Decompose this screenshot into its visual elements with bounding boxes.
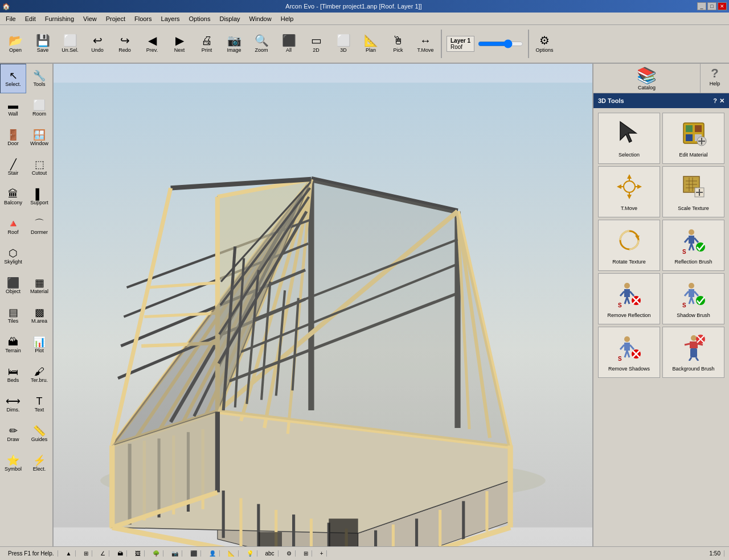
- tmove-tool-btn[interactable]: T.Move: [598, 166, 660, 217]
- photo-icon[interactable]: 🖼: [132, 550, 145, 557]
- toolbar-btn-tmove[interactable]: ↔T.Move: [412, 27, 439, 61]
- plus-icon[interactable]: +: [317, 550, 327, 557]
- remove-reflection-icon: S: [616, 280, 643, 310]
- plant-icon[interactable]: 🌳: [149, 550, 163, 557]
- tool-btn-terrain[interactable]: 🏔Terrain: [0, 330, 26, 360]
- terrain-icon[interactable]: 🏔: [114, 550, 127, 557]
- menu-item-help[interactable]: Help: [276, 14, 298, 23]
- tool-btn-stair[interactable]: ╱Stair: [0, 153, 26, 182]
- tool-btn-support[interactable]: ▌Support: [26, 182, 52, 212]
- toolbar-btn-3d[interactable]: ⬜3D: [330, 27, 357, 61]
- draw-icon: ✏: [9, 426, 18, 436]
- tool-btn-elect[interactable]: ⚡Elect.: [26, 448, 52, 478]
- menu-item-furnishing[interactable]: Furnishing: [40, 14, 79, 23]
- menu-item-project[interactable]: Project: [101, 14, 130, 23]
- close-button[interactable]: ✕: [718, 2, 727, 10]
- light-icon[interactable]: 💡: [243, 550, 257, 557]
- panel-help-icon[interactable]: ?: [713, 97, 717, 105]
- tool-btn-object[interactable]: ⬛Object: [0, 271, 26, 300]
- toolbar-btn-plan[interactable]: 📐Plan: [358, 27, 384, 61]
- tool-btn-marea[interactable]: ▩M.area: [26, 300, 52, 330]
- shadow-brush-tool-btn[interactable]: S Shadow Brush: [662, 273, 724, 324]
- help-label: Help: [710, 81, 720, 87]
- tool-btn-wall[interactable]: ▬Wall: [0, 93, 26, 123]
- viewport[interactable]: [54, 64, 592, 546]
- tool-btn-terbru[interactable]: 🖌Ter.bru.: [26, 360, 52, 389]
- tool-btn-draw[interactable]: ✏Draw: [0, 419, 26, 448]
- rotate-texture-tool-btn[interactable]: Rotate Texture: [598, 220, 660, 271]
- tool-btn-beds[interactable]: 🛏Beds: [0, 360, 26, 389]
- panel-title: 3D Tools: [598, 97, 624, 104]
- menu-item-floors[interactable]: Floors: [130, 14, 157, 23]
- tool-group-7: ▤Tiles▩M.area: [0, 300, 52, 330]
- zoom-icon: 🔍: [255, 35, 269, 46]
- toolbar-btn-open[interactable]: 📂Open: [2, 27, 28, 61]
- text-icon[interactable]: abc: [262, 550, 279, 557]
- remove-reflection-tool-btn[interactable]: S Remove Reflection: [598, 273, 660, 324]
- toolbar-btn-unsel[interactable]: ⬜Un.Sel.: [57, 27, 83, 61]
- toolbar-separator: [528, 30, 529, 58]
- selection-tool-btn[interactable]: Selection: [598, 113, 660, 164]
- menu-item-layers[interactable]: Layers: [157, 14, 185, 23]
- edit-material-tool-btn[interactable]: Edit Material: [662, 113, 724, 164]
- tool-btn-cutout[interactable]: ⬚Cutout: [26, 153, 52, 182]
- tool-btn-roof[interactable]: 🔺Roof: [0, 212, 26, 241]
- tool-btn-dims[interactable]: ⟷Dims.: [0, 389, 26, 419]
- snap-icon[interactable]: ∠: [97, 550, 109, 557]
- tool-btn-door[interactable]: 🚪Door: [0, 123, 26, 153]
- tool-btn-skylight[interactable]: ⬡Skylight: [0, 241, 26, 271]
- select-tool[interactable]: ↖ Select.: [0, 64, 26, 93]
- toolbar-btn-prev[interactable]: ◀Prev.: [139, 27, 165, 61]
- tool-btn-room[interactable]: ⬜Room: [26, 93, 52, 123]
- toolbar-btn-pick[interactable]: 🖱Pick: [385, 27, 411, 61]
- toolbar-btn-options[interactable]: ⚙Options: [531, 27, 558, 61]
- tool-group-12: ⭐Symbol⚡Elect.: [0, 448, 52, 478]
- grid-icon[interactable]: ⊞: [80, 550, 92, 557]
- menu-item-window[interactable]: Window: [245, 14, 276, 23]
- layer-indicator: Layer 1Roof: [447, 36, 474, 52]
- tools-tool[interactable]: 🔧 Tools: [26, 64, 52, 93]
- camera-icon[interactable]: 📷: [168, 550, 182, 557]
- toolbar-btn-2d[interactable]: ▭2D: [303, 27, 329, 61]
- menu-item-view[interactable]: View: [79, 14, 101, 23]
- object-icon[interactable]: ⬛: [187, 550, 201, 557]
- minimize-button[interactable]: _: [697, 2, 706, 10]
- scale-texture-tool-btn[interactable]: Scale Texture: [662, 166, 724, 217]
- tool-btn-material[interactable]: ▦Material: [26, 271, 52, 300]
- toolbar-btn-image[interactable]: 📷Image: [221, 27, 247, 61]
- catalog-button[interactable]: 📚 Catalog: [593, 64, 701, 93]
- toolbar-btn-undo[interactable]: ↩Undo: [84, 27, 110, 61]
- tool-btn-dormer[interactable]: ⌒Dormer: [26, 212, 52, 241]
- tool-btn-window[interactable]: 🪟Window: [26, 123, 52, 153]
- reflection-brush-tool-btn[interactable]: S Reflection Brush: [662, 220, 724, 271]
- opacity-slider[interactable]: [478, 40, 523, 48]
- person-icon[interactable]: 👤: [206, 550, 220, 557]
- tool-btn-tiles[interactable]: ▤Tiles: [0, 300, 26, 330]
- menu-item-options[interactable]: Options: [185, 14, 215, 23]
- settings-icon[interactable]: ⚙: [283, 550, 296, 557]
- restore-button[interactable]: □: [707, 2, 716, 10]
- menu-item-display[interactable]: Display: [215, 14, 244, 23]
- svg-marker-100: [627, 195, 632, 199]
- tool-btn-text[interactable]: TText: [26, 389, 52, 419]
- toolbar-btn-save[interactable]: 💾Save: [30, 27, 56, 61]
- remove-shadows-tool-btn[interactable]: S Remove Shadows: [598, 327, 660, 378]
- measure-icon[interactable]: 📐: [224, 550, 239, 557]
- tool-group-8: 🏔Terrain📊Plot: [0, 330, 52, 360]
- menu-item-edit[interactable]: Edit: [21, 14, 40, 23]
- tool-btn-symbol[interactable]: ⭐Symbol: [0, 448, 26, 478]
- panel-collapse-icon[interactable]: ✕: [719, 97, 724, 105]
- toolbar-btn-print[interactable]: 🖨Print: [194, 27, 220, 61]
- tool-btn-guides[interactable]: 📏Guides: [26, 419, 52, 448]
- toolbar-btn-zoom[interactable]: 🔍Zoom: [248, 27, 275, 61]
- tool-btn-plot[interactable]: 📊Plot: [26, 330, 52, 360]
- svg-rect-144: [624, 343, 630, 351]
- tool-btn-balcony[interactable]: 🏛Balcony: [0, 182, 26, 212]
- background-brush-tool-btn[interactable]: Background Brush: [662, 327, 724, 378]
- menu-item-file[interactable]: File: [1, 14, 21, 23]
- help-button[interactable]: ? Help: [701, 64, 729, 93]
- grid2-icon[interactable]: ⊞: [300, 550, 312, 557]
- toolbar-btn-redo[interactable]: ↪Redo: [112, 27, 138, 61]
- toolbar-btn-next[interactable]: ▶Next: [166, 27, 193, 61]
- toolbar-btn-all[interactable]: ⬛All: [276, 27, 302, 61]
